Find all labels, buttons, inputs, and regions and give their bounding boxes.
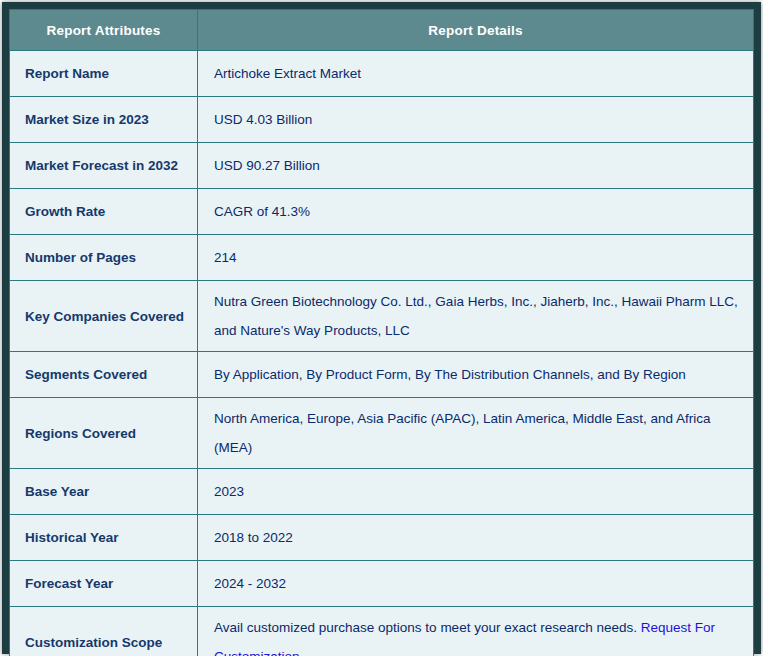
table-header-row: Report Attributes Report Details [10, 10, 754, 51]
detail-segments-covered: By Application, By Product Form, By The … [198, 352, 754, 398]
header-report-details: Report Details [198, 10, 754, 51]
detail-key-companies: Nutra Green Biotechnology Co. Ltd., Gaia… [198, 281, 754, 352]
table-row: Market Forecast in 2032 USD 90.27 Billio… [10, 143, 754, 189]
table-row: Key Companies Covered Nutra Green Biotec… [10, 281, 754, 352]
detail-market-forecast: USD 90.27 Billion [198, 143, 754, 189]
table-row: Growth Rate CAGR of 41.3% [10, 189, 754, 235]
detail-number-of-pages: 214 [198, 235, 754, 281]
detail-report-name: Artichoke Extract Market [198, 51, 754, 97]
attribute-growth-rate: Growth Rate [10, 189, 198, 235]
attribute-market-size: Market Size in 2023 [10, 97, 198, 143]
attribute-segments-covered: Segments Covered [10, 352, 198, 398]
table-row: Regions Covered North America, Europe, A… [10, 398, 754, 469]
header-report-attributes: Report Attributes [10, 10, 198, 51]
table-row: Report Name Artichoke Extract Market [10, 51, 754, 97]
report-summary-table-frame: Report Attributes Report Details Report … [2, 2, 761, 654]
attribute-report-name: Report Name [10, 51, 198, 97]
table-row: Base Year 2023 [10, 469, 754, 515]
detail-customization-scope: Avail customized purchase options to mee… [198, 607, 754, 656]
table-row: Customization Scope Avail customized pur… [10, 607, 754, 656]
attribute-historical-year: Historical Year [10, 515, 198, 561]
attribute-market-forecast: Market Forecast in 2032 [10, 143, 198, 189]
table-row: Market Size in 2023 USD 4.03 Billion [10, 97, 754, 143]
table-row: Historical Year 2018 to 2022 [10, 515, 754, 561]
page: Report Attributes Report Details Report … [0, 0, 763, 656]
attribute-number-of-pages: Number of Pages [10, 235, 198, 281]
detail-historical-year: 2018 to 2022 [198, 515, 754, 561]
attribute-key-companies: Key Companies Covered [10, 281, 198, 352]
detail-base-year: 2023 [198, 469, 754, 515]
attribute-regions-covered: Regions Covered [10, 398, 198, 469]
table-row: Forecast Year 2024 - 2032 [10, 561, 754, 607]
table-row: Segments Covered By Application, By Prod… [10, 352, 754, 398]
attribute-customization-scope: Customization Scope [10, 607, 198, 656]
detail-growth-rate: CAGR of 41.3% [198, 189, 754, 235]
detail-forecast-year: 2024 - 2032 [198, 561, 754, 607]
table-row: Number of Pages 214 [10, 235, 754, 281]
attribute-forecast-year: Forecast Year [10, 561, 198, 607]
detail-regions-covered: North America, Europe, Asia Pacific (APA… [198, 398, 754, 469]
attribute-base-year: Base Year [10, 469, 198, 515]
customization-scope-text: Avail customized purchase options to mee… [214, 620, 637, 635]
report-summary-table: Report Attributes Report Details Report … [9, 9, 754, 656]
detail-market-size: USD 4.03 Billion [198, 97, 754, 143]
